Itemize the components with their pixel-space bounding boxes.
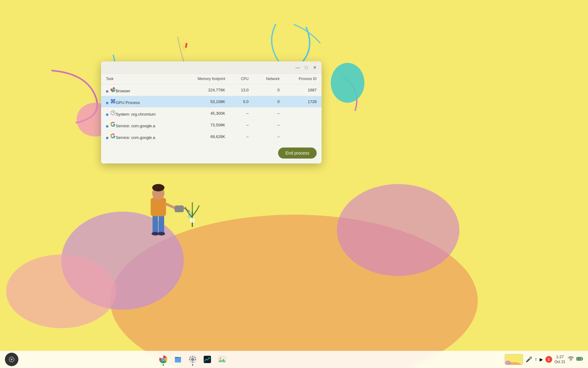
task-name-cell: Browser	[101, 84, 180, 96]
upload-icon[interactable]: ↑	[535, 357, 537, 362]
task-cpu: –	[230, 131, 253, 143]
mic-icon[interactable]: 🎤	[526, 356, 532, 363]
col-network[interactable]: Network	[254, 74, 285, 84]
row-indicator	[106, 137, 108, 139]
task-pid: 1728	[285, 96, 322, 108]
taskbar-right: 🎤 ↑ ▶ 1 1:27 Oct 21	[505, 354, 583, 365]
svg-rect-47	[195, 359, 196, 360]
svg-point-22	[190, 218, 195, 223]
task-row-icon	[110, 122, 116, 127]
minimize-button[interactable]: —	[293, 63, 302, 72]
svg-point-0	[331, 63, 364, 103]
time-date-display[interactable]: 1:27 Oct 21	[555, 355, 565, 364]
svg-rect-44	[192, 356, 193, 357]
desktop: — □ ✕ Task Memory footprint CPU Network …	[0, 0, 588, 368]
clock-date: Oct 21	[555, 360, 565, 365]
task-table: Task Memory footprint CPU Network Proces…	[101, 74, 322, 143]
task-pid	[285, 108, 322, 119]
task-name-cell: Service: com.google.a	[101, 131, 180, 143]
app-active-dot2	[192, 364, 193, 366]
taskbar-app-settings[interactable]	[186, 353, 199, 366]
row-indicator	[106, 102, 108, 104]
window-footer: End process	[101, 143, 322, 163]
task-name-cell: System: org.chromium	[101, 108, 180, 119]
taskbar-app-finance[interactable]	[201, 353, 214, 366]
task-memory: 69,628K	[180, 131, 230, 143]
launcher-button[interactable]	[5, 353, 18, 366]
task-cpu: 5.0	[230, 96, 253, 108]
app-active-dot	[163, 364, 164, 366]
table-row[interactable]: GPU Process53,108K5.001728	[101, 96, 322, 108]
svg-point-14	[152, 184, 164, 191]
svg-point-5	[6, 255, 116, 328]
svg-rect-46	[189, 359, 190, 360]
col-pid[interactable]: Process ID	[285, 74, 322, 84]
svg-rect-9	[159, 215, 164, 233]
svg-point-38	[162, 358, 164, 360]
svg-line-15	[166, 204, 176, 209]
svg-point-3	[61, 212, 184, 310]
task-name-cell: GPU Process	[101, 96, 180, 108]
svg-point-56	[505, 361, 511, 365]
svg-point-34	[11, 358, 13, 360]
battery-icon	[576, 357, 583, 362]
task-row-icon	[110, 133, 116, 139]
maximize-button[interactable]: □	[302, 63, 311, 72]
table-row[interactable]: Service: com.google.a69,628K––	[101, 131, 322, 143]
taskbar-app-gallery[interactable]	[215, 353, 229, 366]
taskbar-app-chrome[interactable]	[156, 353, 170, 366]
task-row-icon	[110, 110, 116, 116]
cast-icon[interactable]: ▶	[540, 357, 543, 362]
task-memory: 53,108K	[180, 96, 230, 108]
svg-point-11	[158, 232, 165, 236]
svg-rect-7	[185, 43, 188, 48]
task-row-name: System: org.chromium	[116, 112, 156, 117]
row-indicator	[106, 90, 108, 93]
table-row[interactable]: Browser224,776K13.001687	[101, 84, 322, 96]
task-cpu: –	[230, 119, 253, 131]
task-network: 0	[254, 96, 285, 108]
svg-line-19	[190, 213, 191, 218]
task-row-name: GPU Process	[116, 100, 140, 105]
task-cpu: 13.0	[230, 84, 253, 96]
task-memory: 45,300K	[180, 108, 230, 119]
taskbar: 🎤 ↑ ▶ 1 1:27 Oct 21	[0, 351, 588, 368]
svg-rect-6	[182, 44, 185, 50]
task-cpu: –	[230, 108, 253, 119]
table-row[interactable]: Service: com.google.a73,508K––	[101, 119, 322, 131]
wallpaper-thumbnail[interactable]	[505, 354, 523, 365]
task-network: –	[254, 108, 285, 119]
task-name-cell: Service: com.google.a	[101, 119, 180, 131]
taskbar-apps	[156, 353, 229, 366]
svg-point-31	[112, 100, 114, 102]
svg-point-26	[112, 89, 114, 90]
task-pid	[285, 119, 322, 131]
svg-rect-45	[192, 362, 193, 363]
col-task[interactable]: Task	[101, 74, 180, 84]
wifi-icon	[568, 356, 574, 362]
task-row-icon	[110, 98, 116, 104]
svg-rect-12	[151, 198, 166, 216]
taskbar-app-files[interactable]	[171, 353, 185, 366]
table-row[interactable]: System: org.chromium45,300K––	[101, 108, 322, 119]
col-memory[interactable]: Memory footprint	[180, 74, 230, 84]
task-pid	[285, 131, 322, 143]
row-indicator	[106, 125, 108, 128]
svg-point-4	[337, 184, 459, 276]
svg-point-53	[220, 358, 221, 359]
task-row-name: Service: com.google.a	[116, 124, 155, 128]
task-network: –	[254, 131, 285, 143]
chrome-app-icon	[159, 355, 168, 364]
svg-point-13	[152, 186, 164, 200]
col-cpu[interactable]: CPU	[230, 74, 253, 84]
close-button[interactable]: ✕	[311, 63, 319, 72]
window-titlebar: — □ ✕	[101, 61, 322, 74]
notification-badge[interactable]: 1	[545, 356, 552, 363]
svg-point-10	[152, 232, 159, 236]
task-row-icon	[110, 87, 116, 92]
end-process-button[interactable]: End process	[278, 148, 317, 159]
svg-line-18	[188, 212, 189, 218]
launcher-icon	[9, 356, 15, 362]
finance-app-icon	[203, 355, 212, 364]
task-network: 0	[254, 84, 285, 96]
